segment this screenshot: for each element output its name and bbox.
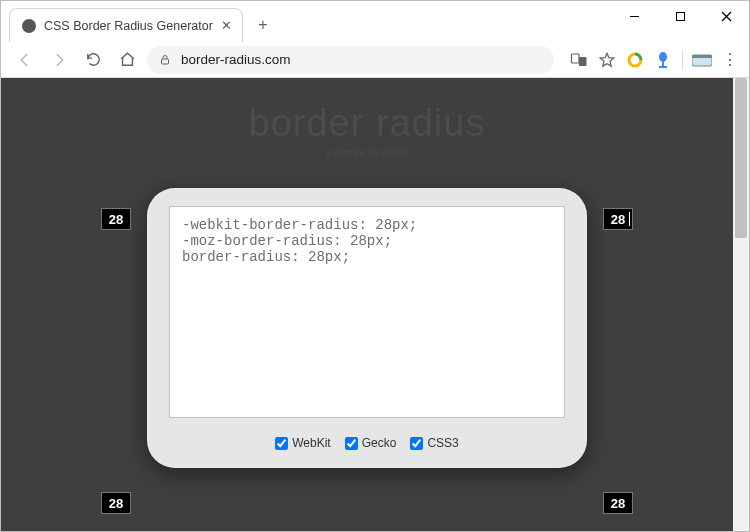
window-close-button[interactable] <box>703 1 749 31</box>
radius-input-top-left[interactable]: 28 <box>101 208 131 230</box>
browser-tab[interactable]: CSS Border Radius Generator ✕ <box>9 8 243 42</box>
option-webkit-label: WebKit <box>292 436 330 450</box>
extension-icon-3[interactable] <box>691 49 713 71</box>
nav-forward-button[interactable] <box>45 46 73 74</box>
chrome-menu-button[interactable]: ⋮ <box>719 49 741 71</box>
new-tab-button[interactable]: + <box>249 11 277 39</box>
vertical-scrollbar[interactable] <box>733 78 749 531</box>
translate-icon[interactable] <box>568 49 590 71</box>
checkbox-webkit[interactable] <box>275 437 288 450</box>
lock-icon <box>159 53 171 66</box>
svg-rect-10 <box>659 66 667 68</box>
extension-icon-2[interactable] <box>652 49 674 71</box>
svg-rect-9 <box>662 60 664 67</box>
tab-close-button[interactable]: ✕ <box>221 18 232 33</box>
radius-input-bottom-left[interactable]: 28 <box>101 492 131 514</box>
nav-reload-button[interactable] <box>79 46 107 74</box>
option-gecko-label: Gecko <box>362 436 397 450</box>
preview-box: -webkit-border-radius: 28px; -moz-border… <box>147 188 587 468</box>
separator <box>682 50 683 70</box>
svg-rect-6 <box>579 57 587 66</box>
checkbox-css3[interactable] <box>410 437 423 450</box>
tab-title: CSS Border Radius Generator <box>44 19 213 33</box>
option-gecko[interactable]: Gecko <box>345 436 397 450</box>
radius-input-bottom-right[interactable]: 28 <box>603 492 633 514</box>
address-bar[interactable]: border-radius.com <box>147 46 554 74</box>
extension-icon-1[interactable] <box>624 49 646 71</box>
svg-rect-4 <box>162 59 169 64</box>
svg-rect-12 <box>692 55 712 58</box>
radius-input-top-right[interactable]: 28 <box>603 208 633 230</box>
option-webkit[interactable]: WebKit <box>275 436 330 450</box>
css-output[interactable]: -webkit-border-radius: 28px; -moz-border… <box>169 206 565 418</box>
option-css3[interactable]: CSS3 <box>410 436 458 450</box>
favicon-icon <box>22 19 36 33</box>
checkbox-gecko[interactable] <box>345 437 358 450</box>
svg-rect-5 <box>572 54 580 63</box>
nav-home-button[interactable] <box>113 46 141 74</box>
window-maximize-button[interactable] <box>657 1 703 31</box>
bookmark-star-icon[interactable] <box>596 49 618 71</box>
nav-back-button[interactable] <box>11 46 39 74</box>
svg-rect-1 <box>676 12 684 20</box>
option-css3-label: CSS3 <box>427 436 458 450</box>
page-subtitle: a service by thinko <box>1 147 733 158</box>
url-text: border-radius.com <box>181 52 291 67</box>
window-minimize-button[interactable] <box>611 1 657 31</box>
scrollbar-thumb[interactable] <box>735 78 747 238</box>
page-title: border radius <box>1 78 733 145</box>
